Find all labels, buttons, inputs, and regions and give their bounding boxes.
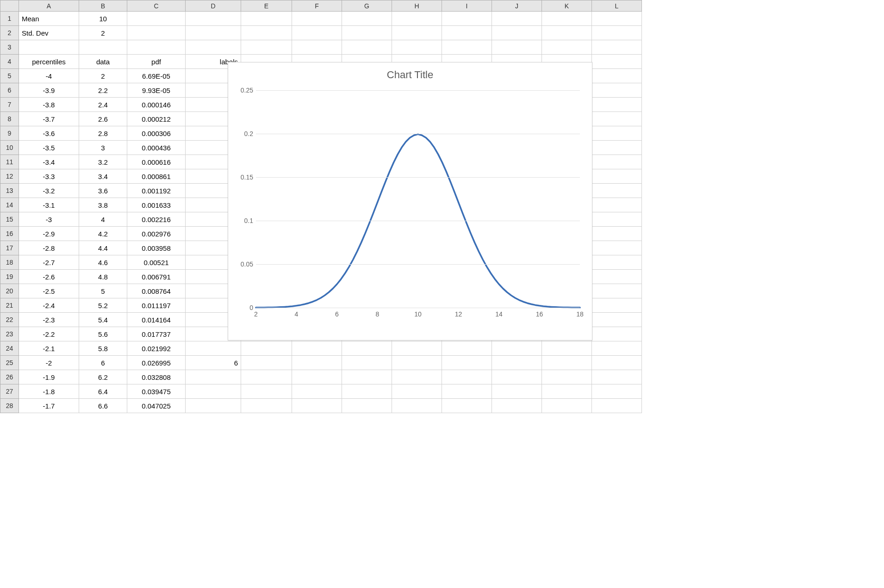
cell-G2[interactable] [342,26,392,40]
cell-B25[interactable]: 6 [79,356,127,370]
cell-L28[interactable] [592,399,642,413]
row-header-23[interactable]: 23 [0,327,19,341]
cell-B15[interactable]: 4 [79,212,127,227]
cell-I1[interactable] [442,12,492,26]
cell-H27[interactable] [392,384,442,399]
cell-D24[interactable] [186,341,241,356]
cell-F3[interactable] [292,40,342,55]
cell-B13[interactable]: 3.6 [79,184,127,198]
cell-A28[interactable]: -1.7 [19,399,79,413]
cell-E25[interactable] [241,356,292,370]
select-all-corner[interactable] [0,0,19,12]
cell-D26[interactable] [186,370,241,384]
cell-B8[interactable]: 2.6 [79,112,127,126]
cell-D28[interactable] [186,399,241,413]
row-header-9[interactable]: 9 [0,126,19,141]
cell-K25[interactable] [542,356,592,370]
cell-A8[interactable]: -3.7 [19,112,79,126]
cell-C28[interactable]: 0.047025 [127,399,186,413]
cell-L5[interactable] [592,69,642,83]
cell-G1[interactable] [342,12,392,26]
cell-E28[interactable] [241,399,292,413]
cell-I24[interactable] [442,341,492,356]
cell-L25[interactable] [592,356,642,370]
cell-H25[interactable] [392,356,442,370]
cell-B7[interactable]: 2.4 [79,98,127,112]
cell-A5[interactable]: -4 [19,69,79,83]
cell-F1[interactable] [292,12,342,26]
cell-A3[interactable] [19,40,79,55]
cell-F25[interactable] [292,356,342,370]
cell-J28[interactable] [492,399,542,413]
cell-L14[interactable] [592,198,642,212]
cell-A12[interactable]: -3.3 [19,169,79,184]
cell-L22[interactable] [592,313,642,327]
cell-H2[interactable] [392,26,442,40]
cell-G26[interactable] [342,370,392,384]
cell-A18[interactable]: -2.7 [19,255,79,270]
cell-C23[interactable]: 0.017737 [127,327,186,341]
cell-C16[interactable]: 0.002976 [127,227,186,241]
cell-I25[interactable] [442,356,492,370]
embedded-chart[interactable]: Chart Title 00.050.10.150.20.25246810121… [228,62,592,340]
cell-J24[interactable] [492,341,542,356]
cell-L9[interactable] [592,126,642,141]
column-header-E[interactable]: E [241,0,292,12]
row-header-18[interactable]: 18 [0,255,19,270]
cell-C6[interactable]: 9.93E-05 [127,83,186,98]
cell-C14[interactable]: 0.001633 [127,198,186,212]
cell-A27[interactable]: -1.8 [19,384,79,399]
column-header-B[interactable]: B [79,0,127,12]
cell-A26[interactable]: -1.9 [19,370,79,384]
cell-J1[interactable] [492,12,542,26]
cell-E1[interactable] [241,12,292,26]
cell-A24[interactable]: -2.1 [19,341,79,356]
cell-C24[interactable]: 0.021992 [127,341,186,356]
cell-A1[interactable]: Mean [19,12,79,26]
row-header-13[interactable]: 13 [0,184,19,198]
cell-L3[interactable] [592,40,642,55]
cell-L13[interactable] [592,184,642,198]
row-header-15[interactable]: 15 [0,212,19,227]
cell-A23[interactable]: -2.2 [19,327,79,341]
column-header-A[interactable]: A [19,0,79,12]
cell-K24[interactable] [542,341,592,356]
cell-F28[interactable] [292,399,342,413]
column-header-C[interactable]: C [127,0,186,12]
cell-J26[interactable] [492,370,542,384]
cell-L2[interactable] [592,26,642,40]
column-header-H[interactable]: H [392,0,442,12]
cell-E2[interactable] [241,26,292,40]
row-header-7[interactable]: 7 [0,98,19,112]
cell-B10[interactable]: 3 [79,141,127,155]
cell-G28[interactable] [342,399,392,413]
cell-J27[interactable] [492,384,542,399]
cell-B18[interactable]: 4.6 [79,255,127,270]
cell-C22[interactable]: 0.014164 [127,313,186,327]
cell-L7[interactable] [592,98,642,112]
cell-L6[interactable] [592,83,642,98]
column-header-K[interactable]: K [542,0,592,12]
row-header-6[interactable]: 6 [0,83,19,98]
cell-G25[interactable] [342,356,392,370]
cell-I3[interactable] [442,40,492,55]
cell-L19[interactable] [592,270,642,284]
cell-C17[interactable]: 0.003958 [127,241,186,255]
cell-K27[interactable] [542,384,592,399]
cell-B24[interactable]: 5.8 [79,341,127,356]
cell-H26[interactable] [392,370,442,384]
cell-B26[interactable]: 6.2 [79,370,127,384]
cell-E24[interactable] [241,341,292,356]
cell-A2[interactable]: Std. Dev [19,26,79,40]
cell-K1[interactable] [542,12,592,26]
row-header-4[interactable]: 4 [0,55,19,69]
cell-L15[interactable] [592,212,642,227]
cell-B20[interactable]: 5 [79,284,127,298]
cell-J3[interactable] [492,40,542,55]
row-header-19[interactable]: 19 [0,270,19,284]
row-header-16[interactable]: 16 [0,227,19,241]
cell-J25[interactable] [492,356,542,370]
cell-H1[interactable] [392,12,442,26]
cell-A22[interactable]: -2.3 [19,313,79,327]
row-header-28[interactable]: 28 [0,399,19,413]
